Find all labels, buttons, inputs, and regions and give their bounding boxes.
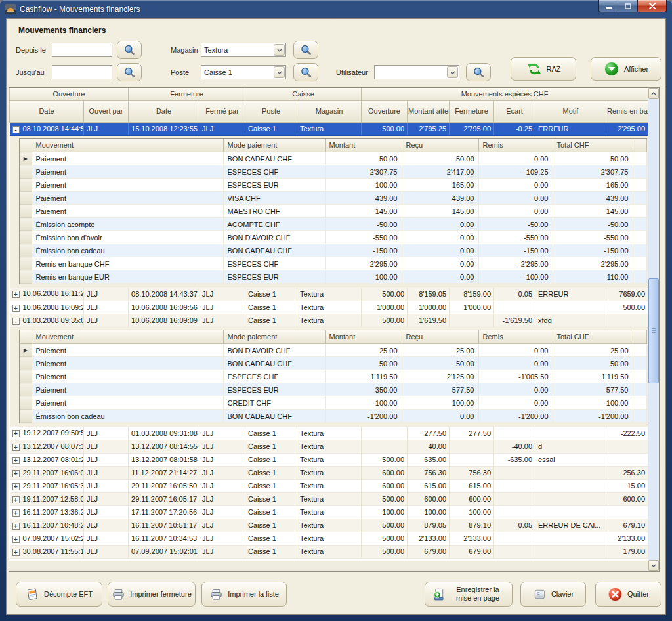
grid-row[interactable]: +10.06.2008 16:11:28JLJ08.10.2008 14:43:… <box>10 288 648 301</box>
detail-row[interactable]: PaiementESPECES CHF1'119.502'125.00-1'00… <box>20 370 646 383</box>
grid-row[interactable]: -01.03.2008 09:35:02JLJ10.06.2008 16:09:… <box>10 314 648 327</box>
expand-icon[interactable]: + <box>12 291 20 298</box>
grid-row[interactable]: +13.12.2007 08:01:29JLJ13.12.2007 08:01:… <box>10 453 648 466</box>
chevron-down-icon[interactable] <box>447 66 458 78</box>
grid-row[interactable]: -08.10.2008 14:44:54JLJ15.10.2008 12:23:… <box>10 122 648 135</box>
depuis-input[interactable] <box>52 43 112 57</box>
raz-button[interactable]: RAZ <box>511 57 576 81</box>
grid-row[interactable]: +10.06.2008 16:09:29JLJ10.06.2008 16:09:… <box>10 301 648 314</box>
expand-icon[interactable]: + <box>12 305 20 312</box>
horizontal-scrollbar[interactable] <box>9 561 648 571</box>
grid-row[interactable]: +16.11.2007 13:36:26JLJ17.11.2007 17:20:… <box>10 505 648 519</box>
depuis-search-button[interactable] <box>117 41 142 59</box>
grid-row[interactable]: +07.09.2007 15:02:25JLJ16.11.2007 10:34:… <box>10 532 648 545</box>
detail-row[interactable]: PaiementCREDIT CHF100.00100.000.00100.00 <box>20 396 646 410</box>
detail-row[interactable]: ▶PaiementBON CADEAU CHF50.0050.000.0050.… <box>20 152 646 165</box>
grid-row[interactable]: +29.11.2007 16:06:01JLJ11.12.2007 21:14:… <box>10 466 648 479</box>
expand-icon[interactable]: + <box>12 496 20 503</box>
grid-row[interactable]: +16.11.2007 10:48:22JLJ16.11.2007 10:51:… <box>10 519 648 532</box>
column-header[interactable]: Montant attendu <box>408 100 450 122</box>
grid-row[interactable]: +13.12.2007 08:07:10JLJ13.12.2007 08:14:… <box>10 440 648 453</box>
chevron-down-icon[interactable] <box>274 66 285 78</box>
afficher-button[interactable]: Afficher <box>591 57 662 81</box>
detail-row[interactable]: Émission acompteACOMPTE CHF-50.000.00-50… <box>20 218 646 231</box>
vertical-scrollbar[interactable] <box>648 88 659 571</box>
detail-row[interactable]: PaiementBON CADEAU CHF50.0050.000.0050.0… <box>20 357 646 370</box>
column-header[interactable]: Date <box>10 100 84 122</box>
jusqu-search-button[interactable] <box>117 63 142 81</box>
detail-row[interactable]: Émission bon d'avoirBON D'AVOIR CHF-550.… <box>20 231 646 244</box>
column-header[interactable]: Ecart <box>494 100 536 122</box>
utilisateur-combobox[interactable] <box>374 65 459 79</box>
expand-icon[interactable]: + <box>12 549 20 556</box>
expand-icon[interactable]: + <box>12 483 20 490</box>
detail-row[interactable]: Remis en banque CHFESPECES CHF-2'295.000… <box>20 257 646 270</box>
scroll-up-button[interactable] <box>648 88 659 99</box>
expand-icon[interactable]: + <box>12 444 20 451</box>
detail-column-header[interactable]: Total CHF <box>553 330 633 344</box>
utilisateur-search-button[interactable] <box>466 63 491 81</box>
detail-row[interactable]: Émission bon cadeauBON CADEAU CHF-1'200.… <box>20 410 646 423</box>
magasin-search-button[interactable] <box>293 41 318 59</box>
column-header[interactable]: Ouverture <box>362 100 408 122</box>
scroll-thumb[interactable] <box>648 278 659 383</box>
clavier-button[interactable]: C Clavier <box>520 582 586 607</box>
quitter-button[interactable]: Quitter <box>595 582 662 607</box>
detail-row[interactable]: PaiementVISA CHF439.00439.000.00439.00 <box>20 192 646 205</box>
scroll-down-button[interactable] <box>648 560 659 571</box>
imprimer-fermeture-button[interactable]: Imprimer fermeture <box>108 582 196 607</box>
detail-column-header[interactable]: Reçu <box>402 139 478 152</box>
detail-column-header[interactable]: Reçu <box>402 330 478 344</box>
detail-column-header[interactable]: Montant <box>325 330 402 344</box>
detail-column-header[interactable]: Mouvement <box>32 139 223 152</box>
grid-row[interactable]: +29.11.2007 16:05:32JLJ29.11.2007 16:05:… <box>10 479 648 492</box>
detail-column-header[interactable]: Mode paiement <box>223 139 325 152</box>
grid-row[interactable]: +19.11.2007 12:58:04JLJ29.11.2007 16:05:… <box>10 492 648 505</box>
detail-column-header[interactable]: Remis <box>478 139 553 152</box>
expand-icon[interactable]: + <box>12 430 20 437</box>
column-header[interactable]: Magasin <box>297 100 362 122</box>
imprimer-liste-button[interactable]: Imprimer la liste <box>201 582 287 607</box>
jusqu-input[interactable] <box>52 65 112 79</box>
poste-combobox[interactable]: Caisse 1 <box>201 65 286 79</box>
minimize-button[interactable] <box>598 0 618 12</box>
detail-column-header[interactable]: Total CHF <box>553 139 633 152</box>
column-header[interactable]: Motif <box>536 100 606 122</box>
column-header[interactable]: Date <box>129 100 200 122</box>
column-header[interactable]: Poste <box>245 100 297 122</box>
expand-icon[interactable]: + <box>12 523 20 530</box>
detail-column-header[interactable]: Montant <box>325 139 402 152</box>
magasin-combobox[interactable]: Textura <box>201 43 286 57</box>
grid-cell: Caisse 1 <box>245 519 297 532</box>
detail-row[interactable]: PaiementMAESTRO CHF145.00145.000.00145.0… <box>20 205 646 218</box>
expand-icon[interactable]: + <box>12 536 20 543</box>
grid-row[interactable]: +30.08.2007 11:55:16JLJ07.09.2007 15:02:… <box>10 545 648 558</box>
detail-column-header[interactable]: Remis <box>478 330 553 344</box>
decompte-eft-button[interactable]: Décompte EFT <box>16 582 102 607</box>
close-button[interactable] <box>637 0 667 12</box>
maximize-button[interactable] <box>618 0 637 12</box>
detail-cell: Paiement <box>32 165 223 179</box>
column-header[interactable]: Ouvert par <box>84 100 129 122</box>
column-header[interactable]: Fermé par <box>200 100 245 122</box>
detail-row[interactable]: Remis en banque EURESPECES EUR-100.000.0… <box>20 270 646 284</box>
detail-row[interactable]: PaiementESPECES EUR100.00165.000.00165.0… <box>20 179 646 192</box>
collapse-icon[interactable]: - <box>12 318 20 325</box>
grid-row[interactable]: +19.12.2007 09:50:56JLJ01.03.2008 09:31:… <box>10 427 648 440</box>
detail-column-header[interactable]: Mode paiement <box>223 330 325 344</box>
detail-row[interactable]: ▶PaiementBON D'AVOIR CHF25.0025.000.0025… <box>20 344 646 357</box>
detail-row[interactable]: PaiementESPECES EUR350.00577.500.00577.5… <box>20 383 646 396</box>
detail-row[interactable]: PaiementESPECES CHF2'307.752'417.00-109.… <box>20 165 646 179</box>
grid-cell: 277.50 <box>408 427 450 440</box>
enregistrer-mise-en-page-button[interactable]: Enregistrer la mise en page <box>425 582 513 607</box>
column-header[interactable]: Fermeture <box>450 100 494 122</box>
expand-icon[interactable]: + <box>12 457 20 464</box>
collapse-icon[interactable]: - <box>12 126 20 133</box>
poste-search-button[interactable] <box>293 63 318 81</box>
detail-row[interactable]: Émission bon cadeauBON CADEAU CHF-150.00… <box>20 244 646 257</box>
detail-column-header[interactable]: Mouvement <box>32 330 223 344</box>
expand-icon[interactable]: + <box>12 470 20 477</box>
expand-icon[interactable]: + <box>12 509 20 517</box>
column-header[interactable]: Remis en banque <box>606 100 648 122</box>
chevron-down-icon[interactable] <box>274 44 285 56</box>
